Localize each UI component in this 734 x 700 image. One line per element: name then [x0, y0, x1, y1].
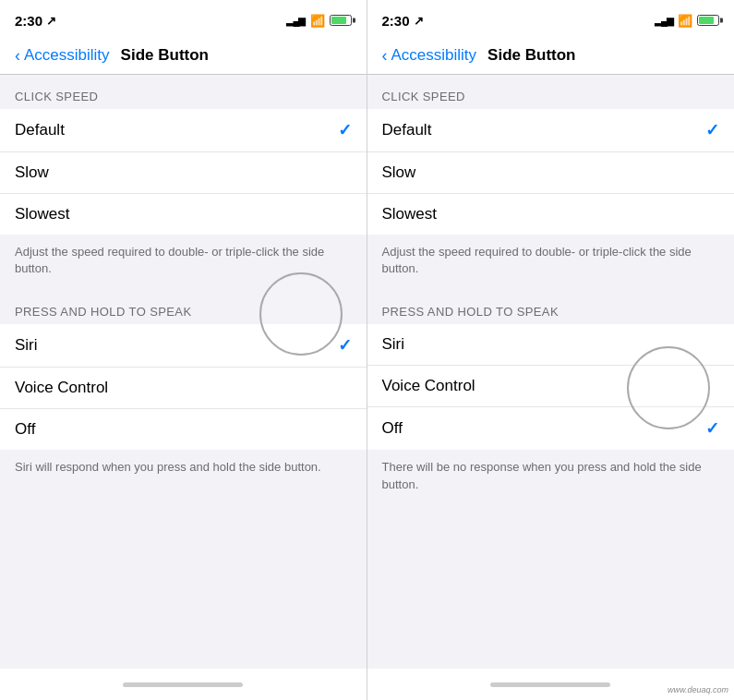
- default-check-left: ✓: [338, 120, 352, 140]
- list-item-slow-right[interactable]: Slow: [367, 152, 735, 194]
- slow-label-right: Slow: [382, 163, 416, 182]
- status-icons-right: 📶: [655, 14, 719, 28]
- off-check-right: ✓: [705, 418, 719, 439]
- press-hold-header-right: PRESS AND HOLD TO SPEAK: [367, 290, 735, 324]
- nav-title-right: Side Button: [487, 46, 575, 65]
- time-right: 2:30 ↗: [382, 13, 424, 29]
- back-label-left: Accessibility: [24, 46, 110, 65]
- location-arrow-left: ↗: [46, 14, 56, 28]
- siri-label-left: Siri: [15, 336, 38, 355]
- slow-label-left: Slow: [15, 163, 49, 182]
- nav-title-left: Side Button: [121, 46, 209, 65]
- left-panel: 2:30 ↗ 📶 ‹ Accessibility Side Button CLI…: [0, 0, 367, 700]
- default-check-right: ✓: [705, 120, 719, 140]
- press-hold-header-left: PRESS AND HOLD TO SPEAK: [0, 290, 367, 324]
- click-speed-desc-right: Adjust the speed required to double- or …: [367, 235, 735, 290]
- off-label-right: Off: [382, 419, 403, 438]
- siri-label-right: Siri: [382, 335, 405, 354]
- press-hold-desc-right: There will be no response when you press…: [367, 450, 735, 505]
- click-speed-group-right: Default ✓ Slow Slowest: [367, 109, 735, 235]
- list-item-voicecontrol-right[interactable]: Voice Control: [367, 366, 735, 407]
- list-item-off-left[interactable]: Off: [0, 409, 367, 450]
- list-item-siri-left[interactable]: Siri ✓: [0, 324, 367, 368]
- battery-icon-right: [697, 15, 719, 26]
- click-speed-header-right: CLICK SPEED: [367, 75, 735, 109]
- default-label-right: Default: [382, 121, 432, 139]
- back-chevron-right: ‹: [382, 47, 388, 64]
- nav-bar-right: ‹ Accessibility Side Button: [367, 41, 735, 75]
- nav-bar-left: ‹ Accessibility Side Button: [0, 41, 367, 75]
- content-right: CLICK SPEED Default ✓ Slow Slowest Adjus…: [367, 75, 735, 669]
- time-left: 2:30 ↗: [15, 13, 56, 29]
- watermark: www.deuaq.com: [668, 685, 728, 694]
- home-indicator-left: [0, 669, 367, 700]
- press-hold-group-right: Siri Voice Control Off ✓: [367, 324, 735, 450]
- status-bar-right: 2:30 ↗ 📶: [367, 0, 735, 41]
- slowest-label-left: Slowest: [15, 205, 70, 223]
- siri-check-left: ✓: [338, 335, 352, 356]
- default-label-left: Default: [15, 121, 65, 139]
- home-indicator-right: [367, 669, 735, 700]
- list-item-slow-left[interactable]: Slow: [0, 152, 367, 194]
- off-label-left: Off: [15, 420, 35, 439]
- status-icons-left: 📶: [286, 14, 351, 28]
- list-item-off-right[interactable]: Off ✓: [367, 407, 735, 450]
- home-bar-left: [123, 682, 243, 687]
- press-hold-group-left: Siri ✓ Voice Control Off: [0, 324, 367, 450]
- back-label-right: Accessibility: [391, 46, 477, 65]
- wifi-icon-right: 📶: [678, 14, 692, 28]
- back-button-left[interactable]: ‹ Accessibility: [15, 46, 110, 65]
- click-speed-desc-left: Adjust the speed required to double- or …: [0, 235, 367, 290]
- status-bar-left: 2:30 ↗ 📶: [0, 0, 367, 41]
- battery-icon-left: [330, 15, 352, 26]
- back-chevron-left: ‹: [15, 47, 20, 64]
- right-panel: 2:30 ↗ 📶 ‹ Accessibility Side Button CLI…: [367, 0, 735, 700]
- home-bar-right: [490, 682, 610, 687]
- signal-icon-right: [655, 14, 673, 27]
- signal-icon-left: [286, 14, 305, 27]
- voicecontrol-label-right: Voice Control: [382, 377, 475, 395]
- list-item-siri-right[interactable]: Siri: [367, 324, 735, 366]
- press-hold-desc-left: Siri will respond when you press and hol…: [0, 450, 367, 489]
- click-speed-header-left: CLICK SPEED: [0, 75, 367, 109]
- list-item-default-left[interactable]: Default ✓: [0, 109, 367, 152]
- location-arrow-right: ↗: [414, 14, 424, 28]
- click-speed-group-left: Default ✓ Slow Slowest: [0, 109, 367, 235]
- content-left: CLICK SPEED Default ✓ Slow Slowest Adjus…: [0, 75, 367, 669]
- back-button-right[interactable]: ‹ Accessibility: [382, 46, 477, 65]
- list-item-slowest-left[interactable]: Slowest: [0, 194, 367, 235]
- list-item-slowest-right[interactable]: Slowest: [367, 194, 735, 235]
- slowest-label-right: Slowest: [382, 205, 438, 223]
- list-item-voicecontrol-left[interactable]: Voice Control: [0, 368, 367, 409]
- voicecontrol-label-left: Voice Control: [15, 379, 108, 397]
- list-item-default-right[interactable]: Default ✓: [367, 109, 735, 152]
- wifi-icon-left: 📶: [310, 14, 325, 28]
